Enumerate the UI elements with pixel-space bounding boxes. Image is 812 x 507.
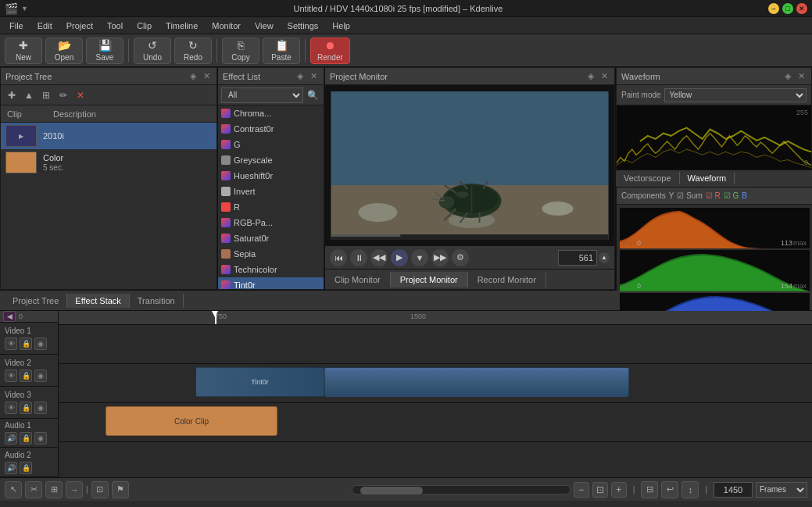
project-tree-close-btn[interactable]: ✕ bbox=[201, 71, 212, 82]
menu-help[interactable]: Help bbox=[326, 20, 356, 32]
paint-mode-select[interactable]: Yellow Green White bbox=[664, 88, 807, 102]
monitor-prev-frame-btn[interactable]: ⏮ bbox=[330, 249, 347, 266]
timeline-clip-tint[interactable]: Tint0r bbox=[195, 367, 324, 397]
copy-button[interactable]: ⎘ Copy bbox=[222, 37, 259, 64]
paste-button[interactable]: 📋 Paste bbox=[263, 37, 300, 64]
effect-item-invert[interactable]: Invert bbox=[218, 184, 324, 199]
tl-loop-btn[interactable]: ↩ bbox=[661, 481, 678, 498]
menu-edit[interactable]: Edit bbox=[31, 20, 59, 32]
effect-filter-dropdown[interactable]: All bbox=[221, 87, 303, 103]
effect-item-r[interactable]: R bbox=[218, 199, 324, 215]
effect-list-close-btn[interactable]: ✕ bbox=[308, 71, 319, 82]
effect-item-contrast[interactable]: Contrast0r bbox=[218, 121, 324, 137]
menu-settings[interactable]: Settings bbox=[281, 20, 325, 32]
menu-project[interactable]: Project bbox=[60, 20, 99, 32]
track-lock-video1[interactable]: 🔒 bbox=[20, 337, 32, 350]
menu-clip[interactable]: Clip bbox=[131, 20, 158, 32]
record-monitor-tab[interactable]: Record Monitor bbox=[468, 272, 546, 287]
timeline-clip-color[interactable]: Color Clip bbox=[106, 406, 277, 436]
monitor-play-btn[interactable]: ▶ bbox=[391, 249, 408, 266]
menu-tool[interactable]: Tool bbox=[101, 20, 129, 32]
monitor-fwd-btn[interactable]: ▶▶ bbox=[431, 249, 449, 266]
waveform-scope-tab[interactable]: Waveform bbox=[680, 172, 735, 184]
effect-search-btn[interactable]: 🔍 bbox=[305, 87, 320, 103]
effect-item-tint[interactable]: Tint0r bbox=[218, 277, 324, 289]
tl-razor-btn[interactable]: ✂ bbox=[25, 481, 42, 498]
monitor-timecode-up-btn[interactable]: ▲ bbox=[599, 252, 610, 263]
vectorscope-tab[interactable]: Vectorscope bbox=[616, 172, 680, 184]
minimize-button[interactable]: – bbox=[768, 3, 779, 14]
waveform-close-btn[interactable]: ✕ bbox=[796, 71, 807, 82]
clip-up-btn[interactable]: ▲ bbox=[21, 87, 37, 103]
monitor-settings-btn[interactable]: ◈ bbox=[585, 71, 596, 82]
open-button[interactable]: 📂 Open bbox=[45, 37, 83, 64]
tl-select-btn[interactable]: ⊞ bbox=[45, 481, 63, 498]
monitor-pause-btn[interactable]: ⏸ bbox=[350, 249, 367, 266]
close-button[interactable]: ✕ bbox=[796, 3, 807, 14]
track-mute-video1[interactable]: 👁 bbox=[5, 337, 17, 350]
maximize-button[interactable]: □ bbox=[782, 3, 793, 14]
tl-frame-btn[interactable]: ⊟ bbox=[641, 481, 658, 498]
track-mute-video2[interactable]: 👁 bbox=[5, 370, 17, 382]
tl-pointer-btn[interactable]: ↖ bbox=[5, 481, 22, 498]
clip-filter-btn[interactable]: ⊞ bbox=[38, 87, 54, 103]
tl-marker-btn[interactable]: ⚑ bbox=[112, 481, 129, 498]
menu-monitor[interactable]: Monitor bbox=[206, 20, 247, 32]
monitor-close-btn[interactable]: ✕ bbox=[599, 71, 610, 82]
effect-item-g[interactable]: G bbox=[218, 137, 324, 152]
project-tree-timeline-tab[interactable]: Project Tree bbox=[5, 294, 67, 308]
effect-item-saturat[interactable]: Saturat0r bbox=[218, 230, 324, 246]
monitor-play-dropdown-btn[interactable]: ▼ bbox=[411, 249, 428, 266]
timeline-clip-video2[interactable] bbox=[324, 367, 629, 397]
monitor-settings-gear-btn[interactable]: ⚙ bbox=[452, 249, 469, 266]
frames-unit-select[interactable]: Frames Timecode bbox=[756, 482, 807, 498]
track-mute-video3[interactable]: 👁 bbox=[5, 402, 17, 414]
track-rec-video2[interactable]: ◉ bbox=[34, 370, 47, 382]
clip-edit-btn[interactable]: ✏ bbox=[55, 87, 71, 103]
clip-row-color[interactable]: Color 5 sec. bbox=[1, 149, 216, 176]
tl-zoom-in-btn[interactable]: + bbox=[611, 482, 627, 498]
add-clip-btn[interactable]: ✚ bbox=[4, 87, 20, 103]
track-lock-audio2[interactable]: 🔒 bbox=[20, 462, 32, 474]
transition-tab[interactable]: Transition bbox=[130, 294, 184, 308]
clip-delete-btn[interactable]: ✕ bbox=[73, 87, 88, 103]
track-rec-video3[interactable]: ◉ bbox=[34, 402, 47, 414]
new-button[interactable]: ✚ New bbox=[5, 37, 42, 64]
tl-fit-btn[interactable]: ⊡ bbox=[592, 482, 608, 498]
project-tree-settings-btn[interactable]: ◈ bbox=[188, 71, 199, 82]
track-lock-audio1[interactable]: 🔒 bbox=[20, 432, 32, 445]
tl-snap-btn[interactable]: ⊡ bbox=[91, 481, 109, 498]
track-lock-video3[interactable]: 🔒 bbox=[20, 402, 32, 414]
save-button[interactable]: 💾 Save bbox=[86, 37, 123, 64]
timeline-scrollbar[interactable] bbox=[352, 485, 571, 495]
tl-arrow-btn[interactable]: → bbox=[66, 481, 83, 498]
render-button[interactable]: ⏺ Render bbox=[310, 37, 350, 64]
effect-item-rgbpa[interactable]: RGB-Pa... bbox=[218, 215, 324, 230]
menu-view[interactable]: View bbox=[249, 20, 280, 32]
track-mute-audio2[interactable]: 🔊 bbox=[5, 462, 17, 474]
track-lock-video2[interactable]: 🔒 bbox=[20, 370, 32, 382]
waveform-settings-btn[interactable]: ◈ bbox=[782, 71, 793, 82]
effect-item-sepia[interactable]: Sepia bbox=[218, 246, 324, 262]
effect-item-greyscale[interactable]: Greyscale bbox=[218, 152, 324, 168]
track-mute-audio1[interactable]: 🔊 bbox=[5, 432, 17, 445]
effect-item-chroma[interactable]: Chroma... bbox=[218, 105, 324, 121]
track-rec-audio1[interactable]: ◉ bbox=[34, 432, 47, 445]
timeline-prev-btn[interactable]: ◀ bbox=[3, 311, 16, 322]
clip-row-video[interactable]: ▶ 2010i bbox=[1, 123, 216, 149]
effect-stack-tab[interactable]: Effect Stack bbox=[67, 294, 130, 308]
effect-item-technicolor[interactable]: Technicolor bbox=[218, 262, 324, 277]
effect-item-hueshift[interactable]: Hueshift0r bbox=[218, 168, 324, 184]
undo-button[interactable]: ↺ Undo bbox=[134, 37, 171, 64]
monitor-rewind-btn[interactable]: ◀◀ bbox=[370, 249, 388, 266]
menu-file[interactable]: File bbox=[3, 20, 30, 32]
clip-monitor-tab[interactable]: Clip Monitor bbox=[325, 272, 391, 287]
timeline-timecode-input[interactable] bbox=[714, 482, 753, 498]
effect-list-settings-btn[interactable]: ◈ bbox=[295, 71, 306, 82]
monitor-timecode-input[interactable] bbox=[558, 250, 597, 266]
project-monitor-tab[interactable]: Project Monitor bbox=[391, 272, 468, 287]
track-rec-video1[interactable]: ◉ bbox=[34, 337, 47, 350]
menu-timeline[interactable]: Timeline bbox=[159, 20, 204, 32]
redo-button[interactable]: ↻ Redo bbox=[174, 37, 212, 64]
tl-zoom-out-btn[interactable]: − bbox=[574, 482, 589, 498]
